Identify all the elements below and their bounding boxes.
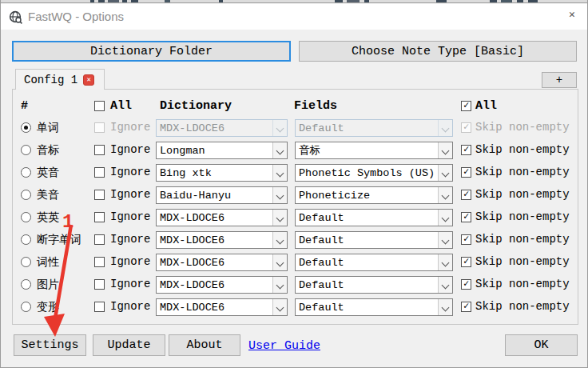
tab-config-1-label: Config 1	[24, 74, 77, 86]
row-radio[interactable]	[21, 279, 31, 290]
ignore-checkbox[interactable]	[94, 234, 105, 245]
skip-non-empty-checkbox[interactable]	[461, 257, 471, 267]
skip-non-empty-checkbox[interactable]	[461, 190, 471, 200]
ignore-checkbox[interactable]	[94, 167, 105, 178]
close-icon[interactable]: ✕	[558, 4, 586, 28]
update-button[interactable]: Update	[93, 334, 165, 356]
row-radio[interactable]	[21, 212, 31, 222]
user-guide-link[interactable]: User Guide	[248, 339, 320, 353]
row-radio[interactable]	[21, 302, 31, 312]
dictionary-select[interactable]: Baidu-Hanyu	[156, 186, 288, 204]
chevron-down-icon	[438, 277, 452, 293]
ignore-checkbox[interactable]	[94, 279, 105, 290]
row-label: 单词	[37, 121, 59, 135]
fields-select: Default	[295, 119, 453, 137]
chevron-down-icon	[438, 120, 452, 136]
ignore-checkbox[interactable]	[94, 145, 105, 155]
skip-non-empty-label: Skip non-empty	[475, 121, 570, 134]
ignore-checkbox[interactable]	[94, 257, 105, 267]
fields-select[interactable]: Default	[295, 276, 453, 294]
skip-non-empty-checkbox[interactable]	[461, 145, 471, 155]
row-radio[interactable]	[21, 167, 31, 178]
skip-non-empty-label: Skip non-empty	[475, 278, 570, 290]
column-header-number: #	[21, 99, 28, 113]
ignore-checkbox[interactable]	[94, 212, 105, 222]
ignore-checkbox	[94, 122, 105, 133]
fields-select[interactable]: Phoneticize	[295, 186, 453, 204]
skip-non-empty-label: Skip non-empty	[475, 143, 570, 156]
ok-button[interactable]: OK	[505, 334, 578, 356]
about-button[interactable]: About	[169, 334, 240, 356]
fields-select[interactable]: Default	[295, 298, 453, 316]
skip-non-empty-label: Skip non-empty	[475, 210, 570, 223]
row-label: 图片	[37, 278, 59, 292]
choose-note-type-button[interactable]: Choose Note Type [Basic]	[299, 41, 577, 62]
row-label: 音标	[37, 143, 59, 158]
row-label: 英音	[37, 166, 59, 180]
all-ignore-checkbox[interactable]	[94, 101, 105, 111]
row-label: 美音	[37, 188, 59, 202]
config-row-phonetic: 音标 Ignore Longman 音标 Skip non-empty	[13, 139, 578, 162]
skip-non-empty-checkbox[interactable]	[461, 234, 471, 245]
config-row-picture: 图片 Ignore MDX-LDOCE6 Default Skip non-em…	[13, 274, 578, 296]
skip-non-empty-checkbox[interactable]	[461, 212, 471, 222]
titlebar: FastWQ - Options ✕	[1, 4, 588, 30]
config-row-hyphenation: 断字单词 Ignore MDX-LDOCE6 Default Skip non-…	[13, 229, 578, 251]
skip-non-empty-checkbox[interactable]	[461, 279, 471, 290]
ignore-checkbox[interactable]	[94, 190, 105, 200]
row-radio[interactable]	[21, 122, 31, 133]
dictionary-folder-button[interactable]: Dictionary Folder	[12, 41, 291, 62]
row-radio[interactable]	[21, 234, 31, 245]
dictionary-select[interactable]: MDX-LDOCE6	[156, 298, 288, 316]
row-radio[interactable]	[21, 257, 31, 267]
row-label: 断字单词	[37, 233, 81, 247]
all-skip-checkbox[interactable]	[461, 101, 471, 111]
config-row-part-of-speech: 词性 Ignore MDX-LDOCE6 Default Skip non-em…	[13, 251, 578, 274]
chevron-down-icon	[272, 120, 287, 136]
dictionary-select[interactable]: Bing xtk	[156, 164, 288, 182]
dictionary-select[interactable]: MDX-LDOCE6	[156, 209, 288, 226]
chevron-down-icon	[438, 142, 452, 158]
ignore-checkbox[interactable]	[94, 302, 105, 312]
dictionary-select[interactable]: MDX-LDOCE6	[156, 276, 288, 294]
row-radio[interactable]	[21, 145, 31, 155]
chevron-down-icon	[272, 277, 287, 293]
ignore-label: Ignore	[110, 143, 150, 156]
dictionary-select[interactable]: MDX-LDOCE6	[156, 231, 288, 249]
fields-select[interactable]: Default	[295, 254, 453, 271]
chevron-down-icon	[272, 254, 287, 270]
config-row-us-audio: 美音 Ignore Baidu-Hanyu Phoneticize Skip n…	[13, 184, 578, 206]
all-skip-label: All	[475, 99, 497, 113]
chevron-down-icon	[438, 187, 452, 203]
skip-non-empty-label: Skip non-empty	[475, 255, 570, 268]
row-label: 英英	[37, 210, 59, 225]
settings-button[interactable]: Settings	[14, 334, 86, 356]
chevron-down-icon	[272, 187, 287, 203]
ignore-label: Ignore	[110, 121, 150, 134]
window-title: FastWQ - Options	[28, 10, 124, 23]
fields-select[interactable]: Phonetic Symbols (US)	[295, 164, 453, 182]
chevron-down-icon	[438, 165, 452, 181]
chevron-down-icon	[438, 254, 452, 270]
row-radio[interactable]	[21, 190, 31, 200]
ignore-label: Ignore	[110, 278, 150, 290]
skip-non-empty-label: Skip non-empty	[475, 166, 570, 178]
skip-non-empty-checkbox[interactable]	[461, 167, 471, 178]
background-window-sliver	[1, 0, 588, 3]
chevron-down-icon	[272, 165, 287, 181]
dictionary-select[interactable]: MDX-LDOCE6	[156, 254, 288, 271]
skip-non-empty-checkbox[interactable]	[461, 302, 471, 312]
ignore-label: Ignore	[110, 255, 150, 268]
dictionary-select[interactable]: Longman	[156, 142, 288, 159]
tab-close-icon[interactable]: ✕	[83, 74, 94, 86]
tab-config-1[interactable]: Config 1 ✕	[15, 69, 105, 90]
config-row-inflection: 变形 Ignore MDX-LDOCE6 Default Skip non-em…	[13, 296, 578, 318]
add-config-tab-button[interactable]: +	[542, 72, 577, 88]
all-ignore-label: All	[110, 99, 132, 113]
fastwq-app-icon	[9, 10, 22, 24]
config-row-en-en: 英英 Ignore MDX-LDOCE6 Default Skip non-em…	[13, 206, 578, 229]
fields-select[interactable]: 音标	[295, 142, 453, 159]
fields-select[interactable]: Default	[295, 209, 453, 226]
fields-select[interactable]: Default	[295, 231, 453, 249]
config-row-word: 单词 Ignore MDX-LDOCE6 Default Skip non-em…	[13, 117, 578, 139]
